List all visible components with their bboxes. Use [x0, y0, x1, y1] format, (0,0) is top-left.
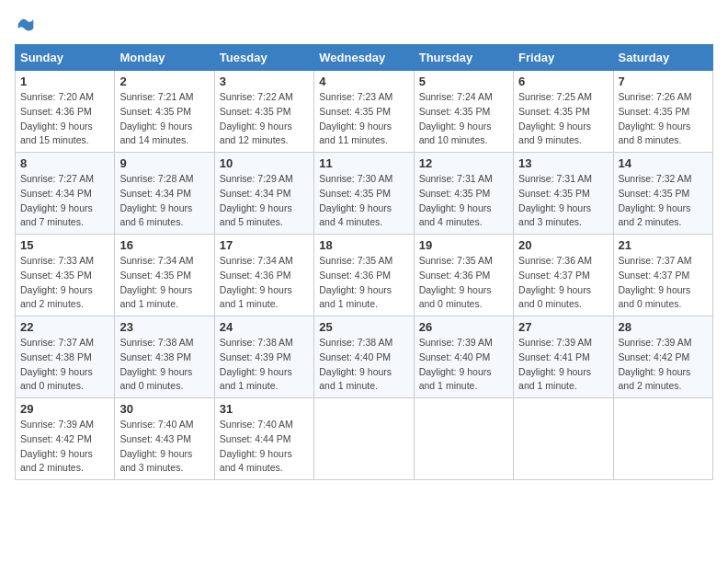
day-info: Sunrise: 7:31 AM Sunset: 4:35 PM Dayligh…: [419, 173, 493, 227]
day-info: Sunrise: 7:38 AM Sunset: 4:40 PM Dayligh…: [319, 337, 392, 391]
day-info: Sunrise: 7:37 AM Sunset: 4:38 PM Dayligh…: [20, 337, 94, 391]
calendar-cell: 1 Sunrise: 7:20 AM Sunset: 4:36 PM Dayli…: [16, 71, 115, 153]
day-info: Sunrise: 7:26 AM Sunset: 4:35 PM Dayligh…: [619, 91, 692, 145]
calendar-cell: 18 Sunrise: 7:35 AM Sunset: 4:36 PM Dayl…: [314, 235, 414, 316]
day-header-saturday: Saturday: [613, 45, 712, 71]
day-number: 6: [518, 75, 608, 88]
calendar-cell: [314, 398, 414, 480]
day-info: Sunrise: 7:35 AM Sunset: 4:36 PM Dayligh…: [419, 255, 493, 309]
page-header: [15, 15, 713, 33]
calendar-cell: 20 Sunrise: 7:36 AM Sunset: 4:37 PM Dayl…: [514, 235, 613, 316]
day-number: 19: [419, 238, 508, 252]
day-info: Sunrise: 7:40 AM Sunset: 4:44 PM Dayligh…: [220, 419, 293, 473]
day-number: 9: [119, 156, 209, 170]
calendar-cell: 9 Sunrise: 7:28 AM Sunset: 4:34 PM Dayli…: [115, 153, 214, 235]
day-number: 13: [518, 156, 608, 170]
day-number: 27: [518, 320, 608, 334]
day-number: 22: [20, 320, 109, 334]
calendar-cell: 30 Sunrise: 7:40 AM Sunset: 4:43 PM Dayl…: [115, 398, 214, 480]
calendar-cell: 7 Sunrise: 7:26 AM Sunset: 4:35 PM Dayli…: [613, 71, 712, 153]
day-number: 25: [319, 320, 408, 334]
day-info: Sunrise: 7:35 AM Sunset: 4:36 PM Dayligh…: [319, 255, 392, 309]
day-info: Sunrise: 7:20 AM Sunset: 4:36 PM Dayligh…: [20, 91, 94, 145]
day-info: Sunrise: 7:22 AM Sunset: 4:35 PM Dayligh…: [220, 91, 293, 145]
calendar-cell: 17 Sunrise: 7:34 AM Sunset: 4:36 PM Dayl…: [214, 235, 313, 316]
day-number: 14: [619, 156, 708, 170]
calendar-cell: [514, 398, 613, 480]
day-number: 15: [20, 238, 109, 252]
day-info: Sunrise: 7:39 AM Sunset: 4:42 PM Dayligh…: [20, 419, 94, 473]
calendar-cell: [414, 398, 513, 480]
calendar-cell: 14 Sunrise: 7:32 AM Sunset: 4:35 PM Dayl…: [613, 153, 712, 235]
day-number: 18: [319, 238, 408, 252]
calendar-week-row: 15 Sunrise: 7:33 AM Sunset: 4:35 PM Dayl…: [16, 235, 713, 316]
day-number: 16: [119, 238, 209, 252]
day-info: Sunrise: 7:31 AM Sunset: 4:35 PM Dayligh…: [518, 173, 592, 227]
calendar-cell: 16 Sunrise: 7:34 AM Sunset: 4:35 PM Dayl…: [115, 235, 214, 316]
day-header-wednesday: Wednesday: [314, 45, 414, 71]
calendar-cell: 15 Sunrise: 7:33 AM Sunset: 4:35 PM Dayl…: [16, 235, 115, 316]
calendar-header-row: SundayMondayTuesdayWednesdayThursdayFrid…: [16, 45, 713, 71]
calendar-cell: 11 Sunrise: 7:30 AM Sunset: 4:35 PM Dayl…: [314, 153, 414, 235]
day-info: Sunrise: 7:33 AM Sunset: 4:35 PM Dayligh…: [20, 255, 94, 309]
day-number: 20: [518, 238, 608, 252]
day-number: 12: [419, 156, 508, 170]
calendar-cell: 2 Sunrise: 7:21 AM Sunset: 4:35 PM Dayli…: [115, 71, 214, 153]
calendar-table: SundayMondayTuesdayWednesdayThursdayFrid…: [15, 44, 713, 480]
day-info: Sunrise: 7:28 AM Sunset: 4:34 PM Dayligh…: [119, 173, 193, 227]
day-number: 7: [619, 75, 708, 88]
day-info: Sunrise: 7:24 AM Sunset: 4:35 PM Dayligh…: [419, 91, 493, 145]
day-number: 2: [119, 75, 209, 88]
day-number: 11: [319, 156, 408, 170]
day-info: Sunrise: 7:25 AM Sunset: 4:35 PM Dayligh…: [518, 91, 592, 145]
calendar-cell: 25 Sunrise: 7:38 AM Sunset: 4:40 PM Dayl…: [314, 316, 414, 398]
calendar-cell: 13 Sunrise: 7:31 AM Sunset: 4:35 PM Dayl…: [514, 153, 613, 235]
day-number: 3: [220, 75, 309, 88]
calendar-week-row: 22 Sunrise: 7:37 AM Sunset: 4:38 PM Dayl…: [16, 316, 713, 398]
day-info: Sunrise: 7:27 AM Sunset: 4:34 PM Dayligh…: [20, 173, 94, 227]
day-number: 21: [619, 238, 708, 252]
day-number: 29: [20, 402, 109, 416]
day-info: Sunrise: 7:29 AM Sunset: 4:34 PM Dayligh…: [220, 173, 293, 227]
day-info: Sunrise: 7:39 AM Sunset: 4:41 PM Dayligh…: [518, 337, 592, 391]
day-info: Sunrise: 7:23 AM Sunset: 4:35 PM Dayligh…: [319, 91, 392, 145]
calendar-cell: 4 Sunrise: 7:23 AM Sunset: 4:35 PM Dayli…: [314, 71, 414, 153]
day-number: 23: [119, 320, 209, 334]
day-info: Sunrise: 7:38 AM Sunset: 4:39 PM Dayligh…: [220, 337, 293, 391]
calendar-cell: 10 Sunrise: 7:29 AM Sunset: 4:34 PM Dayl…: [214, 153, 313, 235]
calendar-cell: 24 Sunrise: 7:38 AM Sunset: 4:39 PM Dayl…: [214, 316, 313, 398]
calendar-cell: 23 Sunrise: 7:38 AM Sunset: 4:38 PM Dayl…: [115, 316, 214, 398]
calendar-week-row: 29 Sunrise: 7:39 AM Sunset: 4:42 PM Dayl…: [16, 398, 713, 480]
day-header-monday: Monday: [115, 45, 214, 71]
day-number: 1: [20, 75, 109, 88]
calendar-cell: 26 Sunrise: 7:39 AM Sunset: 4:40 PM Dayl…: [414, 316, 513, 398]
day-info: Sunrise: 7:37 AM Sunset: 4:37 PM Dayligh…: [619, 255, 692, 309]
day-info: Sunrise: 7:39 AM Sunset: 4:40 PM Dayligh…: [419, 337, 493, 391]
day-info: Sunrise: 7:34 AM Sunset: 4:35 PM Dayligh…: [119, 255, 193, 309]
day-header-sunday: Sunday: [16, 45, 115, 71]
day-number: 26: [419, 320, 508, 334]
day-info: Sunrise: 7:40 AM Sunset: 4:43 PM Dayligh…: [119, 419, 193, 473]
day-header-tuesday: Tuesday: [214, 45, 313, 71]
day-info: Sunrise: 7:38 AM Sunset: 4:38 PM Dayligh…: [119, 337, 193, 391]
day-number: 17: [220, 238, 309, 252]
calendar-cell: 22 Sunrise: 7:37 AM Sunset: 4:38 PM Dayl…: [16, 316, 115, 398]
day-info: Sunrise: 7:32 AM Sunset: 4:35 PM Dayligh…: [619, 173, 692, 227]
calendar-cell: 3 Sunrise: 7:22 AM Sunset: 4:35 PM Dayli…: [214, 71, 313, 153]
day-info: Sunrise: 7:34 AM Sunset: 4:36 PM Dayligh…: [220, 255, 293, 309]
day-number: 24: [220, 320, 309, 334]
logo: [15, 15, 35, 33]
day-header-friday: Friday: [514, 45, 613, 71]
calendar-cell: 12 Sunrise: 7:31 AM Sunset: 4:35 PM Dayl…: [414, 153, 513, 235]
day-number: 4: [319, 75, 408, 88]
day-number: 28: [619, 320, 708, 334]
calendar-cell: 19 Sunrise: 7:35 AM Sunset: 4:36 PM Dayl…: [414, 235, 513, 316]
calendar-cell: 27 Sunrise: 7:39 AM Sunset: 4:41 PM Dayl…: [514, 316, 613, 398]
calendar-week-row: 1 Sunrise: 7:20 AM Sunset: 4:36 PM Dayli…: [16, 71, 713, 153]
calendar-cell: 5 Sunrise: 7:24 AM Sunset: 4:35 PM Dayli…: [414, 71, 513, 153]
calendar-cell: [613, 398, 712, 480]
day-info: Sunrise: 7:36 AM Sunset: 4:37 PM Dayligh…: [518, 255, 592, 309]
day-number: 5: [419, 75, 508, 88]
calendar-cell: 29 Sunrise: 7:39 AM Sunset: 4:42 PM Dayl…: [16, 398, 115, 480]
calendar-cell: 8 Sunrise: 7:27 AM Sunset: 4:34 PM Dayli…: [16, 153, 115, 235]
